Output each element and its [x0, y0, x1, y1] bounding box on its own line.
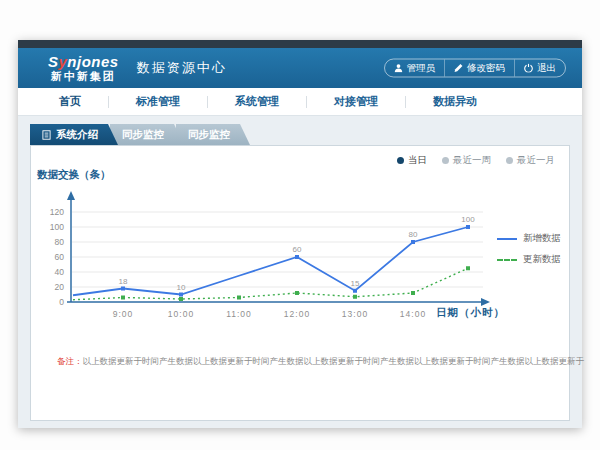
- company-logo: Synjones 新中新集团: [48, 54, 119, 83]
- point-label: 10: [177, 283, 186, 292]
- y-axis-arrow: [67, 191, 75, 200]
- data-point: [411, 291, 415, 295]
- data-point: [295, 255, 299, 259]
- time-range-filter: 当日 最近一周 最近一月: [397, 154, 555, 167]
- data-point: [179, 293, 183, 297]
- tab-bar: 系统介绍 同步监控 同步监控: [30, 124, 242, 145]
- nav-item-home[interactable]: 首页: [32, 94, 108, 109]
- legend-label: 更新数据: [523, 253, 561, 266]
- radio-dot: [506, 157, 513, 164]
- chart-legend: 新增数据 更新数据: [497, 232, 561, 274]
- y-tick-label: 120: [50, 207, 64, 217]
- nav-item-docking-mgmt[interactable]: 对接管理: [307, 94, 405, 109]
- data-point: [353, 295, 357, 299]
- line-chart: 0204060801001209:0010:0011:0012:0013:001…: [31, 146, 569, 386]
- user-label: 管理员: [407, 62, 436, 75]
- point-label: 60: [293, 245, 302, 254]
- nav-item-standard-mgmt[interactable]: 标准管理: [109, 94, 207, 109]
- point-label: 15: [351, 279, 360, 288]
- footnote-prefix: 备注：: [57, 356, 83, 366]
- x-tick-label: 10:00: [168, 309, 194, 319]
- x-axis-arrow: [481, 298, 490, 306]
- point-label: 80: [409, 230, 418, 239]
- data-point: [121, 287, 125, 291]
- point-label: 18: [119, 277, 128, 286]
- y-tick-label: 80: [55, 237, 65, 247]
- radio-last-week[interactable]: 最近一周: [442, 154, 491, 167]
- window-titlebar: [18, 40, 582, 48]
- logo-text-en: Synjones: [48, 54, 119, 71]
- user-menu[interactable]: 管理员: [385, 60, 445, 77]
- data-point: [179, 297, 183, 301]
- data-point: [295, 291, 299, 295]
- edit-icon: [454, 64, 463, 73]
- legend-item-new-data[interactable]: 新增数据: [497, 232, 561, 245]
- power-icon: [524, 64, 533, 73]
- document-icon: [42, 130, 51, 140]
- user-toolbar: 管理员 修改密码 退出: [384, 59, 567, 78]
- change-password-button[interactable]: 修改密码: [444, 60, 514, 77]
- y-axis-title: 数据交换（条）: [37, 168, 111, 182]
- x-tick-label: 9:00: [113, 309, 134, 319]
- logo-text-cn: 新中新集团: [48, 70, 119, 82]
- data-point: [411, 240, 415, 244]
- x-tick-label: 12:00: [284, 309, 310, 319]
- x-tick-label: 11:00: [226, 309, 252, 319]
- radio-last-month[interactable]: 最近一月: [506, 154, 555, 167]
- tab-system-intro[interactable]: 系统介绍: [30, 124, 118, 145]
- nav-item-system-mgmt[interactable]: 系统管理: [208, 94, 306, 109]
- x-axis-title: 日期（小时）: [436, 306, 505, 320]
- radio-today[interactable]: 当日: [397, 154, 427, 167]
- y-tick-label: 60: [55, 252, 65, 262]
- point-label: 100: [461, 215, 475, 224]
- legend-line-swatch: [497, 259, 517, 261]
- tab-sync-monitor-2[interactable]: 同步监控: [176, 124, 250, 145]
- radio-label: 最近一周: [453, 154, 491, 167]
- content-area: 系统介绍 同步监控 同步监控 当日 最近一周 最近一月 数据交换（条） 日期（小…: [18, 116, 582, 428]
- radio-dot: [397, 157, 404, 164]
- y-tick-label: 40: [55, 267, 65, 277]
- nav-item-data-change[interactable]: 数据异动: [406, 94, 504, 109]
- y-tick-label: 20: [55, 282, 65, 292]
- radio-dot: [442, 157, 449, 164]
- chart-panel: 当日 最近一周 最近一月 数据交换（条） 日期（小时） 020406080100…: [30, 145, 570, 421]
- radio-label: 最近一月: [517, 154, 555, 167]
- logout-label: 退出: [537, 62, 556, 75]
- user-icon: [394, 64, 403, 73]
- data-point: [121, 296, 125, 300]
- tab-label: 同步监控: [188, 128, 230, 142]
- app-header: Synjones 新中新集团 数据资源中心 管理员 修改密码 退出: [18, 48, 582, 88]
- x-tick-label: 13:00: [342, 309, 368, 319]
- data-point: [237, 296, 241, 300]
- data-point: [466, 266, 470, 270]
- legend-line-swatch: [497, 238, 517, 240]
- logout-button[interactable]: 退出: [514, 60, 565, 77]
- tab-label: 同步监控: [122, 128, 164, 142]
- footnote-text: 以上数据更新于时间产生数据以上数据更新于时间产生数据以上数据更新于时间产生数据以…: [83, 356, 585, 366]
- app-window: Synjones 新中新集团 数据资源中心 管理员 修改密码 退出 首页 标准管…: [18, 40, 582, 428]
- radio-label: 当日: [408, 154, 427, 167]
- change-password-label: 修改密码: [467, 62, 505, 75]
- data-point: [466, 225, 470, 229]
- main-nav: 首页 标准管理 系统管理 对接管理 数据异动: [18, 88, 582, 116]
- page-title: 数据资源中心: [137, 59, 227, 77]
- data-point: [353, 289, 357, 293]
- legend-label: 新增数据: [523, 232, 561, 245]
- legend-item-update-data[interactable]: 更新数据: [497, 253, 561, 266]
- y-tick-label: 100: [50, 222, 64, 232]
- y-tick-label: 0: [59, 297, 64, 307]
- tab-sync-monitor-1[interactable]: 同步监控: [110, 124, 184, 145]
- footnote: 备注：以上数据更新于时间产生数据以上数据更新于时间产生数据以上数据更新于时间产生…: [57, 356, 584, 368]
- tab-label: 系统介绍: [56, 128, 98, 142]
- x-tick-label: 14:00: [400, 309, 426, 319]
- series-line-1: [73, 268, 468, 300]
